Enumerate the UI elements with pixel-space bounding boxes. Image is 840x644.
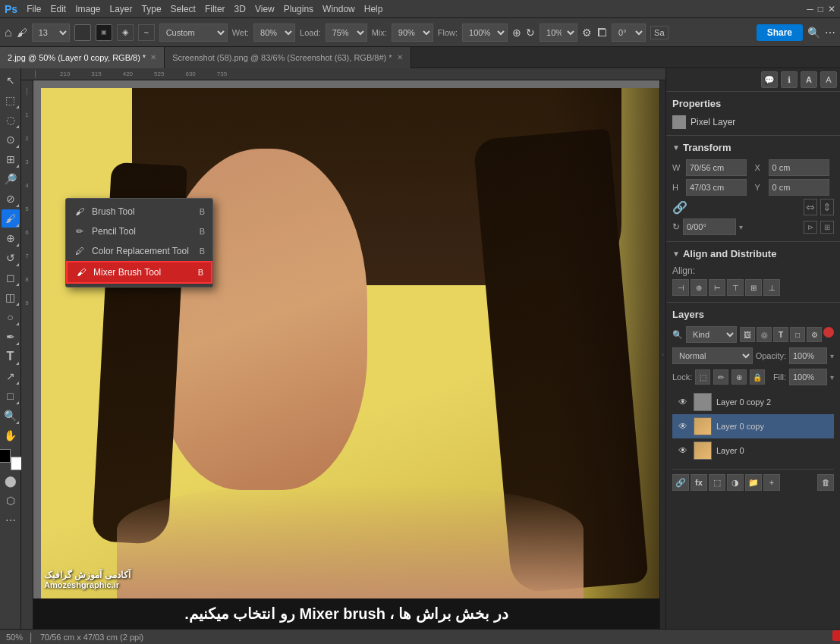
filter-pixel[interactable]: 🖼 xyxy=(740,327,755,342)
menu-window[interactable]: Window xyxy=(322,4,355,14)
quick-select-tool[interactable]: ⊙ xyxy=(2,130,20,149)
lock-all[interactable]: ⬚ xyxy=(695,369,710,385)
lasso-tool[interactable]: ◌ xyxy=(2,111,20,129)
flip-h-icon[interactable]: ⇔ xyxy=(804,199,817,215)
align-top[interactable]: ⊤ xyxy=(727,279,744,296)
w-input[interactable] xyxy=(686,159,747,176)
pencil-tool-option[interactable]: ✏ Pencil Tool B xyxy=(66,221,212,241)
brush-size-select[interactable]: 13 xyxy=(32,24,70,42)
close-btn[interactable]: ✕ xyxy=(828,4,835,14)
rotate-arrow[interactable]: ▾ xyxy=(739,223,743,231)
flow-select[interactable]: 100% xyxy=(462,24,508,42)
lock-position[interactable]: ✏ xyxy=(713,369,728,385)
angle-icon[interactable]: ⧠ xyxy=(596,27,607,39)
filter-shape[interactable]: □ xyxy=(790,327,805,342)
move-tool[interactable]: ↖ xyxy=(2,71,20,90)
flip-v-icon[interactable]: ⇕ xyxy=(820,199,834,215)
brush-tool[interactable]: 🖌 xyxy=(2,209,20,228)
opacity-arrow[interactable]: ▾ xyxy=(830,352,834,360)
x-input[interactable] xyxy=(769,159,829,176)
mixer-brush-option[interactable]: 🖌 Mixer Brush Tool B xyxy=(66,261,212,284)
panel-collapse-handle[interactable]: › xyxy=(659,80,665,629)
hand-tool[interactable]: ✋ xyxy=(2,426,20,445)
filter-adjust[interactable]: ◎ xyxy=(757,327,772,342)
align-header[interactable]: ▼ Align and Distribute xyxy=(672,248,834,259)
more-options-icon[interactable]: ⋯ xyxy=(825,27,835,39)
align-left[interactable]: ⊣ xyxy=(672,279,689,296)
link-icon[interactable]: 🔗 xyxy=(672,200,687,215)
airbrush-icon[interactable]: ◈ xyxy=(117,24,134,41)
sample-icon[interactable]: Sa xyxy=(650,26,668,39)
screen-mode[interactable]: ⬡ xyxy=(2,492,20,510)
menu-layer[interactable]: Layer xyxy=(110,4,133,14)
eyedropper-tool[interactable]: 🔎 xyxy=(2,170,20,188)
quick-mask-mode[interactable]: ⬤ xyxy=(2,472,20,490)
layer-item-0[interactable]: 👁 Layer 0 copy 2 xyxy=(672,390,834,414)
menu-edit[interactable]: Edit xyxy=(50,4,66,14)
add-group-icon[interactable]: 📁 xyxy=(745,474,762,491)
rectangular-marquee-tool[interactable]: ⬚ xyxy=(2,91,20,109)
tab-1-close[interactable]: ✕ xyxy=(150,53,156,61)
settings-icon[interactable]: ⚙ xyxy=(582,27,592,39)
menu-3d[interactable]: 3D xyxy=(234,4,246,14)
angle-select[interactable]: 0° xyxy=(612,24,646,42)
menu-help[interactable]: Help xyxy=(364,4,383,14)
app-logo[interactable]: Ps xyxy=(5,3,17,15)
layer-eye-2[interactable]: 👁 xyxy=(677,445,689,457)
load-select[interactable]: 75% xyxy=(326,24,367,42)
mix-select[interactable]: 90% xyxy=(392,24,433,42)
menu-select[interactable]: Select xyxy=(171,4,196,14)
angle-input[interactable] xyxy=(683,218,736,235)
flip-options[interactable]: ⊳ xyxy=(804,221,817,234)
delete-layer-icon[interactable]: 🗑 xyxy=(817,474,834,491)
smooth-icon[interactable]: ~ xyxy=(138,24,155,41)
panel-icon-text[interactable]: A xyxy=(801,71,817,88)
pen-tool[interactable]: ✒ xyxy=(2,328,20,346)
home-icon[interactable]: ⌂ xyxy=(5,26,12,39)
transform-header[interactable]: ▼ Transform xyxy=(672,142,834,153)
share-button[interactable]: Share xyxy=(757,24,803,41)
menu-file[interactable]: File xyxy=(27,4,41,14)
menu-plugins[interactable]: Plugins xyxy=(284,4,313,14)
pressure-select[interactable]: 10% xyxy=(540,24,577,42)
rectangle-tool[interactable]: □ xyxy=(2,387,20,405)
crop-tool[interactable]: ⊞ xyxy=(2,150,20,168)
panel-icon-info[interactable]: ℹ xyxy=(781,71,798,88)
dodge-tool[interactable]: ○ xyxy=(2,308,20,326)
h-input[interactable] xyxy=(686,179,747,196)
menu-filter[interactable]: Filter xyxy=(205,4,225,14)
layer-item-2[interactable]: 👁 Layer 0 xyxy=(672,438,834,463)
history-brush-tool[interactable]: ↺ xyxy=(2,249,20,267)
minimize-btn[interactable]: ─ xyxy=(807,4,813,14)
add-mask-icon[interactable]: ⬚ xyxy=(709,474,725,491)
rotate-icon[interactable]: ↻ xyxy=(526,27,535,39)
add-fx-icon[interactable]: fx xyxy=(691,474,707,491)
foreground-color[interactable] xyxy=(0,449,11,463)
lock-pixel[interactable]: 🔒 xyxy=(750,369,765,385)
filter-type[interactable]: T xyxy=(773,327,788,342)
layer-item-1[interactable]: 👁 Layer 0 copy xyxy=(672,414,834,438)
color-replacement-option[interactable]: 🖊 Color Replacement Tool B xyxy=(66,241,212,261)
fg-bg-colors[interactable] xyxy=(0,449,24,470)
align-center-h[interactable]: ⊕ xyxy=(691,279,707,296)
menu-image[interactable]: Image xyxy=(75,4,100,14)
add-link-icon[interactable]: 🔗 xyxy=(672,474,689,491)
align-center-v[interactable]: ⊞ xyxy=(745,279,762,296)
zoom-tool[interactable]: 🔍 xyxy=(2,407,20,425)
more-flip-icon[interactable]: ⊞ xyxy=(820,221,834,234)
y-input[interactable] xyxy=(769,179,829,196)
layers-mode-select[interactable]: Normal xyxy=(672,347,753,364)
maximize-btn[interactable]: □ xyxy=(818,4,823,14)
canvas-wrapper[interactable]: 🖌 Brush Tool B ✏ Pencil Tool B 🖊 Color R… xyxy=(33,80,659,629)
add-adjustment-icon[interactable]: ◑ xyxy=(727,474,744,491)
panel-icon-char[interactable]: A xyxy=(820,71,837,88)
spot-healing-tool[interactable]: ⊘ xyxy=(2,190,20,208)
layer-eye-0[interactable]: 👁 xyxy=(677,396,689,408)
filter-dot[interactable] xyxy=(823,327,834,338)
fill-input[interactable] xyxy=(789,369,827,385)
layer-eye-1[interactable]: 👁 xyxy=(677,420,689,432)
type-tool[interactable]: T xyxy=(2,347,20,366)
preset-select[interactable]: Custom xyxy=(159,24,228,42)
layers-kind-select[interactable]: Kind xyxy=(686,326,737,343)
menu-view[interactable]: View xyxy=(255,4,275,14)
